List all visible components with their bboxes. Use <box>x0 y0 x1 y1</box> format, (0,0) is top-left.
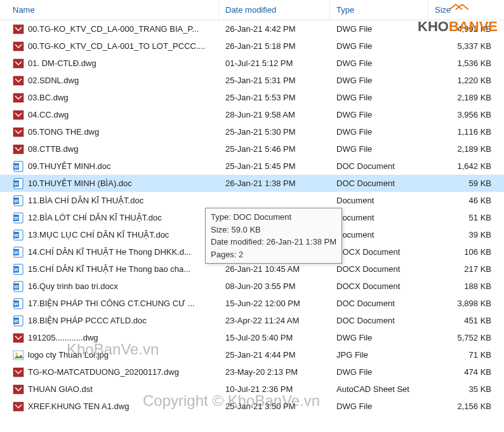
file-name-text: XREF.KHUNG TEN A1.dwg <box>28 402 129 411</box>
svg-rect-0 <box>13 25 23 34</box>
file-row[interactable]: XREF.KHUNG TEN A1.dwg25-Jan-21 3:50 PMDW… <box>0 398 504 415</box>
file-type-cell: DOC Document <box>330 299 428 308</box>
dwg-icon <box>13 109 24 121</box>
dwg-icon <box>13 367 24 378</box>
file-name-cell[interactable]: 04.CC.dwg <box>0 109 219 121</box>
file-row[interactable]: TG-KO-MATCATDUONG_20200117.dwg23-May-20 … <box>0 363 504 381</box>
file-name-cell[interactable]: logo cty Thuan Loi.jpg <box>0 349 219 361</box>
file-row[interactable]: W11.BÌA CHỈ DẪN KĨ THUẬT.docDocument46 K… <box>0 192 504 209</box>
file-row[interactable]: W10.THUYẾT MINH (BÌA).doc26-Jan-21 1:38 … <box>0 175 504 192</box>
file-name-cell[interactable]: TG-KO-MATCATDUONG_20200117.dwg <box>0 367 219 378</box>
file-name-cell[interactable]: W13.MỤC LỤC CHỈ DẪN KĨ THUẬT.doc <box>0 229 219 241</box>
file-name-cell[interactable]: W17.BIỆN PHÁP THI CÔNG CT.CHUNG CƯ ... <box>0 298 219 309</box>
file-name-cell[interactable]: W09.THUYẾT MINH.doc <box>0 161 219 172</box>
docx-icon: W <box>13 281 24 292</box>
file-name-cell[interactable]: 00.TG-KO_KTV_CD_LA-000_TRANG BIA_P... <box>0 24 219 35</box>
file-row[interactable]: W18.BIỆN PHÁP PCCC ATLD.doc23-Apr-22 11:… <box>0 312 504 329</box>
tooltip-date: Date modified: 26-Jan-21 1:38 PM <box>211 236 336 248</box>
jpg-icon <box>13 349 24 361</box>
column-header-type[interactable]: Type <box>330 0 428 20</box>
tooltip-size: Size: 59.0 KB <box>211 224 336 236</box>
file-name-text: 15.CHỈ DẪN KĨ THUẬT He Thong bao cha... <box>28 264 190 274</box>
file-name-cell[interactable]: 02.SDNL.dwg <box>0 75 219 86</box>
file-name-text: TG-KO-MATCATDUONG_20200117.dwg <box>28 367 179 377</box>
file-date-cell: 23-Apr-22 11:24 AM <box>219 316 330 325</box>
svg-text:W: W <box>14 284 19 290</box>
file-name-cell[interactable]: W15.CHỈ DẪN KĨ THUẬT He Thong bao cha... <box>0 264 219 275</box>
file-name-cell[interactable]: XREF.KHUNG TEN A1.dwg <box>0 401 219 412</box>
file-size-cell: 3,898 KB <box>428 299 504 308</box>
file-date-cell: 01-Jul-21 5:12 PM <box>219 58 330 68</box>
file-row[interactable]: W17.BIỆN PHÁP THI CÔNG CT.CHUNG CƯ ...15… <box>0 295 504 312</box>
svg-text:W: W <box>14 164 19 170</box>
file-row[interactable]: W16.Quy trinh bao tri.docx08-Jun-20 3:55… <box>0 278 504 295</box>
file-name-text: 16.Quy trinh bao tri.docx <box>28 281 118 291</box>
file-size-cell: 46 KB <box>428 196 504 205</box>
file-row[interactable]: 08.CTTB.dwg25-Jan-21 5:46 PMDWG File2,18… <box>0 140 504 158</box>
file-name-cell[interactable]: W10.THUYẾT MINH (BÌA).doc <box>0 178 219 189</box>
tooltip-pages: Pages: 2 <box>211 248 336 261</box>
file-row[interactable]: 04.CC.dwg28-Jun-21 9:58 AMDWG File3,956 … <box>0 106 504 123</box>
file-type-cell: Document <box>330 213 428 222</box>
file-size-cell: 5,752 KB <box>428 333 504 342</box>
file-type-cell: DWG File <box>330 58 428 68</box>
file-name-cell[interactable]: W11.BÌA CHỈ DẪN KĨ THUẬT.doc <box>0 195 219 206</box>
file-size-cell: 451 KB <box>428 316 504 325</box>
svg-rect-52 <box>13 385 23 394</box>
dwg-icon <box>13 332 24 344</box>
svg-rect-14 <box>13 145 23 154</box>
file-row[interactable]: 02.SDNL.dwg25-Jan-21 5:31 PMDWG File1,22… <box>0 72 504 89</box>
file-type-cell: DWG File <box>330 333 428 342</box>
file-name-cell[interactable]: 00.TG-KO_KTV_CD_LA-001_TO LOT_PCCC.... <box>0 41 219 52</box>
file-name-text: 10.THUYẾT MINH (BÌA).doc <box>28 179 132 188</box>
file-row[interactable]: W09.THUYẾT MINH.doc25-Jan-21 5:45 PMDOC … <box>0 158 504 175</box>
dst-icon <box>13 384 24 395</box>
svg-rect-54 <box>13 402 23 411</box>
file-type-cell: DOC Document <box>330 161 428 171</box>
file-name-cell[interactable]: 191205............dwg <box>0 332 219 344</box>
file-type-cell: DOCX Document <box>330 264 428 274</box>
file-row[interactable]: logo cty Thuan Loi.jpg25-Jan-21 4:44 PMJ… <box>0 346 504 363</box>
file-name-text: 02.SDNL.dwg <box>28 76 79 85</box>
svg-rect-8 <box>13 93 23 102</box>
file-size-cell: 474 KB <box>428 367 504 377</box>
file-date-cell: 10-Jul-21 2:36 PM <box>219 384 330 394</box>
dwg-icon <box>13 92 24 104</box>
column-header-name[interactable]: Name <box>0 0 219 20</box>
file-name-cell[interactable]: 01. DM-CTLĐ.dwg <box>0 58 219 69</box>
file-row[interactable]: 191205............dwg15-Jul-20 5:40 PMDW… <box>0 329 504 346</box>
file-row[interactable]: 05.TONG THE.dwg25-Jan-21 5:30 PMDWG File… <box>0 123 504 140</box>
column-header-date[interactable]: Date modified <box>219 0 330 20</box>
file-name-cell[interactable]: 05.TONG THE.dwg <box>0 126 219 138</box>
svg-text:W: W <box>14 267 19 273</box>
file-name-cell[interactable]: W14.CHỈ DẪN KĨ THUẬT He Thong DHKK.d... <box>0 246 219 258</box>
file-type-cell: DWG File <box>330 127 428 137</box>
file-tooltip: Type: DOC Document Size: 59.0 KB Date mo… <box>205 208 342 264</box>
file-row[interactable]: THUAN GIAO.dst10-Jul-21 2:36 PMAutoCAD S… <box>0 381 504 398</box>
file-type-cell: DWG File <box>330 110 428 119</box>
file-name-text: 18.BIỆN PHÁP PCCC ATLD.doc <box>28 316 147 325</box>
file-row[interactable]: 03.BC.dwg25-Jan-21 5:53 PMDWG File2,189 … <box>0 89 504 106</box>
dwg-icon <box>13 41 24 52</box>
svg-text:W: W <box>14 233 19 238</box>
doc-icon: W <box>13 195 24 206</box>
file-row[interactable]: 01. DM-CTLĐ.dwg01-Jul-21 5:12 PMDWG File… <box>0 55 504 72</box>
file-name-cell[interactable]: 08.CTTB.dwg <box>0 144 219 155</box>
file-name-cell[interactable]: W18.BIỆN PHÁP PCCC ATLD.doc <box>0 315 219 327</box>
file-name-cell[interactable]: W12.BÌA LÓT CHỈ DẪN KĨ THUẬT.doc <box>0 212 219 224</box>
file-name-text: 12.BÌA LÓT CHỈ DẪN KĨ THUẬT.doc <box>28 213 162 222</box>
file-type-cell: JPG File <box>330 350 428 360</box>
file-type-cell: DWG File <box>330 367 428 377</box>
file-name-cell[interactable]: THUAN GIAO.dst <box>0 384 219 395</box>
svg-text:W: W <box>14 198 19 204</box>
file-date-cell: 28-Jun-21 9:58 AM <box>219 110 330 119</box>
file-name-cell[interactable]: W16.Quy trinh bao tri.docx <box>0 281 219 292</box>
file-date-cell: 15-Jun-22 12:00 PM <box>219 299 330 308</box>
file-size-cell: 3,956 KB <box>428 110 504 119</box>
file-name-text: 08.CTTB.dwg <box>28 144 78 154</box>
file-date-cell: 26-Jan-21 10:45 AM <box>219 264 330 274</box>
file-row[interactable]: 00.TG-KO_KTV_CD_LA-001_TO LOT_PCCC....26… <box>0 37 504 55</box>
file-name-cell[interactable]: 03.BC.dwg <box>0 92 219 104</box>
file-size-cell: 51 KB <box>428 213 504 222</box>
file-size-cell: 39 KB <box>428 230 504 240</box>
